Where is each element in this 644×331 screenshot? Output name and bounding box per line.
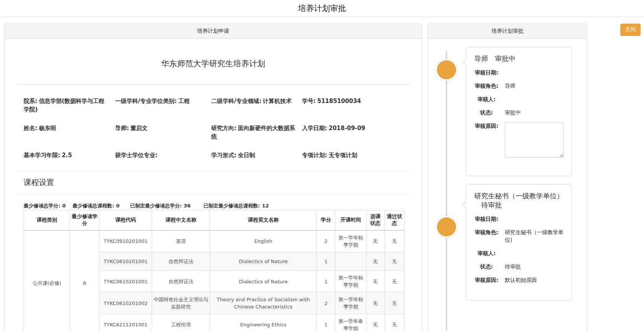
plan-application-panel: 培养计划申请 华东师范大学研究生培养计划 院系:信息学部(数据科学与工程学院) … (4, 24, 422, 331)
status-value: 待审批 (505, 263, 564, 270)
step-title: 导师审批中 (474, 54, 564, 63)
close-button[interactable]: 关闭 (620, 24, 641, 36)
stat-planned-credits: 已制定最少修读总学分:36 (130, 202, 191, 209)
column-header: 学分 (317, 210, 336, 230)
page-title: 培养计划审批 (298, 3, 346, 14)
column-header: 课程代码 (100, 210, 152, 230)
cell-name-en: Dialectics of Nature (210, 252, 317, 271)
stat-min-courses: 最少修读总课程数:0 (72, 202, 119, 209)
course-setup-title: 课程设置 (24, 177, 403, 188)
field-status: 状态: 待审批 (474, 263, 564, 270)
course-table: 课程类别 最少修读学分 课程代码 课程中文名称 课程英文名称 学分 开课时间 选… (24, 210, 405, 331)
divider (17, 194, 410, 195)
cell-credits: 1 (317, 271, 336, 292)
review-role-value: 导师 (505, 82, 564, 90)
cell-select-status: 无 (366, 230, 385, 252)
cell-time: 第一学年秋季学期 (336, 230, 366, 252)
cell-name-en: Engineering Ethics (210, 314, 317, 331)
info-bachelor-major: 获学士学位专业: (115, 151, 211, 159)
cell-credits: 2 (317, 230, 336, 252)
cell-name-en: Theory and Practice of Socialism with Ch… (210, 292, 317, 314)
cell-credits: 2 (317, 292, 336, 314)
cell-name-cn: 中国特色社会主义理论与实践研究 (152, 292, 210, 314)
divider (17, 171, 410, 171)
cell-name-cn: 工程伦理 (152, 314, 210, 331)
plan-application-header: 培养计划申请 (5, 24, 422, 39)
cell-pass-status: 无 (385, 292, 405, 314)
timeline-line (446, 51, 447, 331)
field-reviewer: 审核人: (474, 95, 564, 103)
info-student-id: 学号:51185100034 (302, 97, 403, 114)
table-header-row: 课程类别 最少修读学分 课程代码 课程中文名称 课程英文名称 学分 开课时间 选… (24, 210, 405, 230)
info-study-form: 学习形式:全日制 (211, 151, 302, 159)
cell-select-status: 无 (366, 314, 385, 331)
cell-code: TYKC0610201002 (100, 292, 152, 314)
status-value: 审批中 (505, 109, 564, 116)
page-header: 培养计划审批 (0, 0, 644, 17)
column-header: 选课状态 (366, 210, 385, 230)
field-status: 状态: 审批中 (474, 109, 564, 116)
stat-min-credits: 最少修读总学分:0 (24, 202, 66, 209)
info-primary-discipline: 一级学科/专业学位类别:工程 (115, 97, 211, 114)
timeline-dot (437, 217, 456, 236)
cell-code: TYKC6211201001 (100, 314, 152, 331)
step-status: 待审批 (481, 201, 502, 209)
reviewer-value (505, 249, 564, 257)
cell-name-en: English (210, 230, 317, 252)
cell-pass-status: 无 (385, 271, 405, 292)
info-study-years: 基本学习年限:2.5 (24, 151, 115, 159)
cell-category: 公共课(必修) (24, 230, 70, 331)
cell-time: 第一学年春季学期 (336, 314, 366, 331)
plan-approval-header: 培养计划审批 (428, 24, 587, 39)
reviewer-value (505, 95, 564, 103)
cell-pass-status: 无 (385, 314, 405, 331)
table-row: 公共课(必修) 6 TYKC0910201001 英语 English 2 第一… (24, 230, 405, 252)
cell-name-cn: 英语 (152, 230, 210, 252)
cell-pass-status: 无 (385, 252, 405, 271)
field-review-role: 审核角色: 导师 (474, 82, 564, 90)
info-supervisor: 导师:董启文 (115, 124, 211, 141)
student-info-grid: 院系:信息学部(数据科学与工程学院) 一级学科/专业学位类别:工程 二级学科/专… (24, 97, 403, 159)
cell-min-credits: 6 (70, 230, 100, 331)
cell-name-cn: 自然辩证法 (152, 252, 210, 271)
review-reason-textarea[interactable] (505, 122, 564, 157)
cell-code: TYKC0910201001 (100, 230, 152, 252)
plan-title: 华东师范大学研究生培养计划 (24, 58, 403, 69)
plan-approval-panel: 培养计划审批 导师审批中 审核日期: 审核角色: 导师 审核人: 状态: 审批中 (428, 24, 587, 331)
stat-planned-courses: 已制定最少修读总课程数:12 (204, 202, 269, 209)
column-header: 开课时间 (336, 210, 366, 230)
review-reason-value: 默认初始原因 (505, 276, 564, 284)
cell-select-status: 无 (366, 271, 385, 292)
cell-credits: 1 (317, 252, 336, 271)
info-enroll-date: 入学日期:2018-09-09 (302, 124, 403, 141)
approval-step-card: 研究生秘书（一级教学单位）待审批 审核日期: 审核角色: 研究生秘书（一级教学单… (466, 184, 572, 300)
cell-code: TYKC0610201001 (100, 271, 152, 292)
column-header: 课程中文名称 (152, 210, 210, 230)
approval-timeline: 导师审批中 审核日期: 审核角色: 导师 审核人: 状态: 审批中 审核原因: (428, 47, 587, 331)
column-header: 最少修读学分 (70, 210, 100, 230)
field-review-date: 审核日期: (474, 215, 564, 223)
cell-select-status: 无 (366, 292, 385, 314)
timeline-dot (437, 60, 456, 79)
cell-pass-status: 无 (385, 230, 405, 252)
field-review-reason: 审核原因: 默认初始原因 (474, 276, 564, 284)
field-review-reason: 审核原因: (474, 122, 564, 157)
step-role: 导师 (474, 55, 488, 63)
cell-name-en: Dialectics of Nature (210, 271, 317, 292)
divider (17, 84, 410, 85)
info-department: 院系:信息学部(数据科学与工程学院) (24, 97, 115, 114)
credit-stats: 最少修读总学分:0 最少修读总课程数:0 已制定最少修读总学分:36 已制定最少… (24, 202, 403, 209)
field-review-date: 审核日期: (474, 69, 564, 76)
step-title: 研究生秘书（一级教学单位）待审批 (474, 191, 564, 210)
review-date-value (505, 215, 564, 223)
column-header: 课程英文名称 (210, 210, 317, 230)
field-reviewer: 审核人: (474, 249, 564, 257)
cell-code: TYKC0610201001 (100, 252, 152, 271)
step-status: 审批中 (495, 55, 516, 63)
info-special-plan: 专项计划:无专项计划 (302, 151, 403, 159)
column-header: 通过状态 (385, 210, 405, 230)
cell-time: 第一学年秋季学期 (336, 292, 366, 314)
info-research-direction: 研究方向:面向新硬件的大数据系统 (211, 124, 302, 141)
cell-name-cn: 自然辩证法 (152, 271, 210, 292)
step-role: 研究生秘书（一级教学单位） (474, 192, 564, 200)
